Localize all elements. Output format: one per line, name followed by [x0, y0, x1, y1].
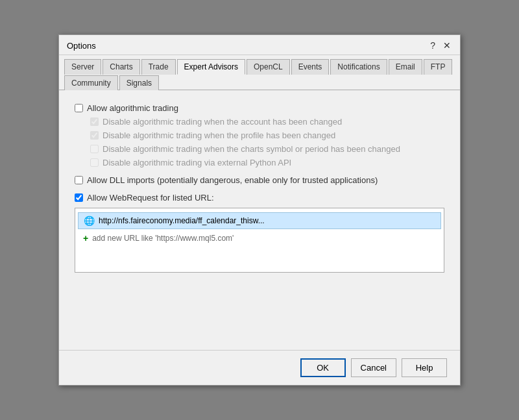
allow-algo-trading-row: Allow algorithmic trading [75, 103, 444, 113]
tab-ftp[interactable]: FTP [424, 59, 453, 75]
allow-algo-trading-checkbox[interactable] [75, 104, 83, 112]
tab-email[interactable]: Email [389, 59, 422, 75]
tab-community[interactable]: Community [64, 75, 118, 90]
sub-option-checkbox-4[interactable] [90, 158, 99, 167]
help-title-button[interactable]: ? [429, 40, 437, 51]
title-bar-controls: ? ✕ [429, 40, 452, 51]
close-title-button[interactable]: ✕ [442, 40, 452, 51]
tab-server[interactable]: Server [64, 59, 101, 75]
options-dialog: Options ? ✕ Server Charts Trade Expert A… [58, 34, 461, 386]
tab-charts[interactable]: Charts [103, 59, 139, 75]
dialog-title: Options [67, 41, 96, 51]
ok-button[interactable]: OK [300, 358, 346, 377]
allow-webrequest-row: Allow WebRequest for listed URL: [75, 193, 444, 203]
add-url-icon: + [83, 233, 88, 243]
tab-trade[interactable]: Trade [141, 59, 176, 75]
cancel-button[interactable]: Cancel [351, 358, 396, 377]
sub-option-label-4: Disable algorithmic trading via external… [103, 158, 291, 167]
dll-imports-section: Allow DLL imports (potentially dangerous… [75, 175, 444, 185]
tab-opencl[interactable]: OpenCL [247, 59, 290, 75]
allow-dll-label[interactable]: Allow DLL imports (potentially dangerous… [87, 175, 378, 185]
allow-webrequest-checkbox[interactable] [75, 193, 83, 202]
sub-option-checkbox-2[interactable] [90, 131, 99, 140]
url-item-text: http://nfs.faireconomy.media/ff_calendar… [99, 216, 265, 225]
add-url-row[interactable]: + add new URL like 'https://www.mql5.com… [78, 230, 441, 246]
algo-sub-options: Disable algorithmic trading when the acc… [90, 117, 444, 167]
sub-option-label-3: Disable algorithmic trading when the cha… [103, 144, 400, 154]
content-area: Allow algorithmic trading Disable algori… [59, 90, 460, 350]
tab-events[interactable]: Events [291, 59, 330, 75]
sub-option-label-2: Disable algorithmic trading when the pro… [103, 130, 335, 140]
url-list-item[interactable]: 🌐 http://nfs.faireconomy.media/ff_calend… [78, 212, 441, 229]
sub-option-row-2: Disable algorithmic trading when the pro… [90, 130, 444, 140]
footer: OK Cancel Help [59, 350, 460, 385]
tab-notifications[interactable]: Notifications [330, 59, 387, 75]
title-bar: Options ? ✕ [59, 35, 460, 55]
sub-option-checkbox-1[interactable] [90, 117, 99, 126]
tab-expert-advisors[interactable]: Expert Advisors [177, 59, 245, 75]
sub-option-row-1: Disable algorithmic trading when the acc… [90, 117, 444, 127]
add-url-placeholder: add new URL like 'https://www.mql5.com' [92, 234, 234, 243]
sub-option-checkbox-3[interactable] [90, 145, 99, 153]
globe-icon: 🌐 [84, 216, 95, 226]
sub-option-row-3: Disable algorithmic trading when the cha… [90, 144, 444, 154]
tabs-bar: Server Charts Trade Expert Advisors Open… [59, 55, 460, 90]
allow-webrequest-label[interactable]: Allow WebRequest for listed URL: [87, 193, 214, 203]
allow-dll-checkbox[interactable] [75, 176, 83, 184]
sub-option-label-1: Disable algorithmic trading when the acc… [103, 117, 342, 127]
sub-option-row-4: Disable algorithmic trading via external… [90, 158, 444, 167]
url-list-container: 🌐 http://nfs.faireconomy.media/ff_calend… [75, 208, 444, 273]
tab-signals[interactable]: Signals [119, 75, 159, 90]
algo-trading-section: Allow algorithmic trading Disable algori… [75, 103, 444, 167]
allow-algo-trading-label[interactable]: Allow algorithmic trading [87, 103, 178, 113]
allow-dll-row: Allow DLL imports (potentially dangerous… [75, 175, 444, 185]
webrequest-section: Allow WebRequest for listed URL: 🌐 http:… [75, 193, 444, 273]
help-button[interactable]: Help [402, 358, 447, 377]
